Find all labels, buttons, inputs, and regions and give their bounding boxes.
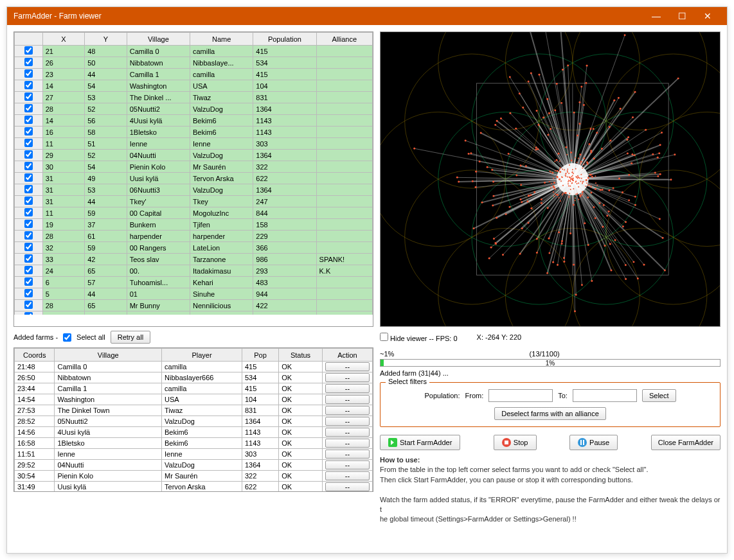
col-header[interactable]: Player <box>162 349 242 362</box>
row-checkbox[interactable] <box>24 289 33 297</box>
table-row[interactable]: 29:5204NuuttiValzuDog1364OK-- <box>15 460 373 471</box>
table-row[interactable]: 54401Sinuhe944 <box>15 288 373 300</box>
table-row[interactable]: 3054Pienin KoloMr Saurén322 <box>15 161 373 173</box>
action-button[interactable]: -- <box>325 482 370 491</box>
table-row[interactable]: 2865Mr BunnyNennilicious422 <box>15 300 373 311</box>
row-checkbox[interactable] <box>24 139 33 147</box>
table-row[interactable]: 115900 CapitalMogoluzInc844 <box>15 207 373 219</box>
pause-button[interactable]: Pause <box>569 435 618 450</box>
table-row[interactable]: 16581BletskoBekim61143 <box>15 127 373 138</box>
col-header[interactable]: Village <box>127 33 190 46</box>
table-row[interactable]: 14:54WashingtonUSA104OK-- <box>15 394 373 405</box>
col-header[interactable]: Alliance <box>316 33 372 46</box>
row-checkbox[interactable] <box>24 220 33 228</box>
col-header[interactable]: Village <box>55 349 162 362</box>
map-viewer[interactable] <box>380 31 721 327</box>
row-checkbox[interactable] <box>24 197 33 205</box>
table-row[interactable]: 3144Tkey'Tkey247 <box>15 196 373 207</box>
table-row[interactable]: 11:51IenneIenne303OK-- <box>15 449 373 460</box>
row-checkbox[interactable] <box>24 69 33 78</box>
row-checkbox[interactable] <box>24 81 33 89</box>
action-button[interactable]: -- <box>325 450 370 459</box>
close-button[interactable]: ✕ <box>695 7 721 25</box>
select-all-checkbox[interactable] <box>63 333 71 342</box>
table-row[interactable]: 21:48Camilla 0camilla415OK-- <box>15 362 373 372</box>
col-header[interactable]: X <box>42 33 85 46</box>
action-button[interactable]: -- <box>325 362 370 371</box>
table-row[interactable]: 26:50NibbatownNibbaslayer666534OK-- <box>15 372 373 383</box>
row-checkbox[interactable] <box>24 173 33 182</box>
table-row[interactable]: 3342Teos slavTarzanone986SPANK! <box>15 254 373 265</box>
added-farms-table[interactable]: CoordsVillagePlayerPopStatusAction 21:48… <box>14 348 373 492</box>
table-row[interactable]: 3149Uusi kyläTervon Arska622 <box>15 173 373 184</box>
table-row[interactable]: 30:54Pienin KoloMr Saurén322OK-- <box>15 471 373 482</box>
table-row[interactable]: 657Tuhoamisl...Kehari483 <box>15 277 373 288</box>
table-row[interactable]: 2148Camilla 0camilla415 <box>15 46 373 57</box>
row-checkbox[interactable] <box>24 46 33 55</box>
col-header[interactable]: Name <box>190 33 253 46</box>
row-checkbox[interactable] <box>24 243 33 251</box>
row-checkbox[interactable] <box>24 185 33 193</box>
row-checkbox[interactable] <box>24 104 33 112</box>
row-checkbox[interactable] <box>24 162 33 170</box>
action-button[interactable]: -- <box>325 406 370 415</box>
stop-button[interactable]: Stop <box>494 435 537 450</box>
table-row[interactable]: 285205Nuutti2ValzuDog1364 <box>15 103 373 115</box>
minimize-button[interactable]: — <box>643 7 669 25</box>
table-row[interactable]: 27:53The Dinkel TownTiwaz831OK-- <box>15 405 373 416</box>
col-header[interactable]: Action <box>322 349 372 362</box>
col-header[interactable]: Population <box>253 33 316 46</box>
hide-viewer-checkbox[interactable] <box>380 333 388 341</box>
action-button[interactable]: -- <box>325 373 370 382</box>
col-header[interactable]: Coords <box>15 349 55 362</box>
table-row[interactable]: 14:564Uusi kyläBekim61143OK-- <box>15 427 373 438</box>
row-checkbox[interactable] <box>24 312 33 315</box>
table-row[interactable]: 295204NuuttiValzuDog1364 <box>15 150 373 161</box>
table-row[interactable]: 2753The Dinkel ...Tiwaz831 <box>15 92 373 103</box>
row-checkbox[interactable] <box>24 116 33 124</box>
row-checkbox[interactable] <box>24 208 33 216</box>
population-from-input[interactable] <box>488 389 553 402</box>
action-button[interactable]: -- <box>325 384 370 393</box>
select-filter-button[interactable]: Select <box>642 389 676 402</box>
action-button[interactable]: -- <box>325 460 370 469</box>
table-row[interactable]: 325900 RangersLateLion366 <box>15 242 373 254</box>
table-row[interactable]: 246500.Itadakimasu293K.K <box>15 265 373 277</box>
start-farmadder-button[interactable]: Start FarmAdder <box>380 435 460 450</box>
table-row[interactable]: 16:581BletskoBekim61143OK-- <box>15 438 373 449</box>
col-header[interactable] <box>15 33 43 46</box>
action-button[interactable]: -- <box>325 417 370 426</box>
row-checkbox[interactable] <box>24 266 33 274</box>
farms-table[interactable]: XYVillageNamePopulationAlliance 2148Cami… <box>14 32 373 315</box>
action-button[interactable]: -- <box>325 395 370 404</box>
col-header[interactable]: Pop <box>242 349 278 362</box>
row-checkbox[interactable] <box>24 58 33 66</box>
table-row[interactable]: 14564Uusi kyläBekim61143 <box>15 115 373 127</box>
col-header[interactable]: Status <box>279 349 323 362</box>
close-farmadder-button[interactable]: Close FarmAdder <box>651 435 721 450</box>
action-button[interactable]: -- <box>325 428 370 437</box>
table-row[interactable]: 28:5205Nuutti2ValzuDog1364OK-- <box>15 416 373 427</box>
table-row[interactable]: 315306Nuutti3ValzuDog1364 <box>15 184 373 196</box>
table-row[interactable]: 1454WashingtonUSA104 <box>15 80 373 92</box>
table-row[interactable]: 1151IenneIenne303 <box>15 138 373 150</box>
population-to-input[interactable] <box>573 389 637 402</box>
table-row[interactable]: 2344Camilla 1camilla415 <box>15 69 373 80</box>
table-row[interactable]: 31:49Uusi kyläTervon Arska622OK-- <box>15 482 373 493</box>
row-checkbox[interactable] <box>24 150 33 159</box>
table-row[interactable]: 1937BunkernTjifen158 <box>15 219 373 231</box>
deselect-alliance-button[interactable]: Deselect farms with an alliance <box>494 407 606 420</box>
row-checkbox[interactable] <box>24 254 33 263</box>
retry-all-button[interactable]: Retry all <box>111 331 150 344</box>
table-row[interactable]: 2861harpenderharpender229 <box>15 231 373 242</box>
maximize-button[interactable]: ☐ <box>669 7 695 25</box>
farms-table-scroll[interactable]: XYVillageNamePopulationAlliance 2148Cami… <box>14 32 373 315</box>
row-checkbox[interactable] <box>24 301 33 309</box>
row-checkbox[interactable] <box>24 92 33 101</box>
table-row[interactable]: 23:44Camilla 1camilla415OK-- <box>15 383 373 394</box>
row-checkbox[interactable] <box>24 231 33 240</box>
row-checkbox[interactable] <box>24 127 33 136</box>
action-button[interactable]: -- <box>325 439 370 448</box>
table-row[interactable]: 2650NibbatownNibbaslaye...534 <box>15 57 373 69</box>
table-row[interactable]: 1165Landsbymuggne200Hallo <box>15 311 373 315</box>
